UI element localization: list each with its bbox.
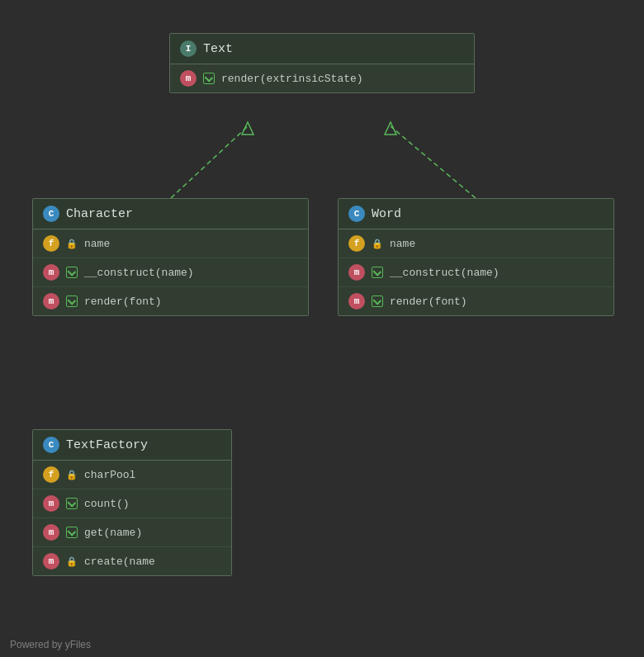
character-render-label: render(font) xyxy=(84,295,162,308)
word-class: C Word f 🔒 name m __construct(name) m re… xyxy=(338,198,614,316)
character-class-title: Character xyxy=(66,207,133,221)
text-member-render: m render(extrinsicState) xyxy=(170,64,474,92)
textfactory-count-label: count() xyxy=(84,498,130,510)
textfactory-badge: C xyxy=(43,437,59,453)
word-m1-badge: m xyxy=(348,264,365,281)
character-member-name: f 🔒 name xyxy=(33,229,308,258)
character-m1-badge: m xyxy=(43,264,59,281)
text-badge: I xyxy=(180,40,197,57)
svg-line-0 xyxy=(171,126,248,198)
word-green-icon1 xyxy=(372,267,383,278)
word-m2-badge: m xyxy=(348,293,365,310)
character-class-header: C Character xyxy=(33,199,308,229)
textfactory-green-icon2 xyxy=(66,527,78,538)
character-badge: C xyxy=(43,206,59,222)
word-class-header: C Word xyxy=(339,199,613,229)
word-name-label: name xyxy=(390,238,415,250)
character-name-label: name xyxy=(84,238,110,250)
textfactory-green-icon1 xyxy=(66,498,78,509)
textfactory-member-charpool: f 🔒 charPool xyxy=(33,461,231,489)
text-class: I Text m render(extrinsicState) xyxy=(169,33,475,93)
text-m-badge: m xyxy=(180,70,197,87)
word-green-icon2 xyxy=(372,295,383,307)
textfactory-get-label: get(name) xyxy=(84,527,142,539)
text-class-header: I Text xyxy=(170,34,474,64)
word-f-badge: f xyxy=(348,235,365,252)
svg-marker-3 xyxy=(385,122,396,135)
character-f-badge: f xyxy=(43,235,59,252)
textfactory-lock-icon2: 🔒 xyxy=(66,556,78,567)
word-class-title: Word xyxy=(372,207,401,221)
word-badge: C xyxy=(348,206,365,222)
character-member-construct: m __construct(name) xyxy=(33,258,308,287)
svg-line-2 xyxy=(391,126,476,198)
textfactory-class-header: C TextFactory xyxy=(33,430,231,461)
text-class-title: Text xyxy=(203,42,233,56)
watermark: Powered by yFiles xyxy=(10,639,91,650)
text-render-label: render(extrinsicState) xyxy=(221,73,363,85)
character-m2-badge: m xyxy=(43,293,59,310)
character-green-icon1 xyxy=(66,267,78,278)
textfactory-class-title: TextFactory xyxy=(66,438,148,452)
word-member-construct: m __construct(name) xyxy=(339,258,613,287)
textfactory-class: C TextFactory f 🔒 charPool m count() m g… xyxy=(32,429,232,576)
diagram-container: I Text m render(extrinsicState) C Charac… xyxy=(0,0,644,657)
textfactory-member-create: m 🔒 create(name xyxy=(33,547,231,575)
character-lock-icon: 🔒 xyxy=(66,239,78,249)
textfactory-m1-badge: m xyxy=(43,495,59,512)
textfactory-create-label: create(name xyxy=(84,555,155,568)
word-lock-icon: 🔒 xyxy=(372,239,383,249)
character-class: C Character f 🔒 name m __construct(name)… xyxy=(32,198,309,316)
svg-marker-1 xyxy=(242,122,253,135)
textfactory-m3-badge: m xyxy=(43,553,59,570)
word-member-name: f 🔒 name xyxy=(339,229,613,258)
character-member-render: m render(font) xyxy=(33,287,308,315)
text-green-icon xyxy=(203,73,215,84)
word-construct-label: __construct(name) xyxy=(390,267,500,279)
textfactory-m2-badge: m xyxy=(43,524,59,541)
textfactory-member-get: m get(name) xyxy=(33,518,231,547)
character-construct-label: __construct(name) xyxy=(84,267,194,279)
character-green-icon2 xyxy=(66,295,78,307)
textfactory-f-badge: f xyxy=(43,466,59,483)
textfactory-lock-icon: 🔒 xyxy=(66,470,78,480)
textfactory-member-count: m count() xyxy=(33,489,231,518)
textfactory-charpool-label: charPool xyxy=(84,469,135,481)
word-render-label: render(font) xyxy=(390,295,467,308)
word-member-render: m render(font) xyxy=(339,287,613,315)
